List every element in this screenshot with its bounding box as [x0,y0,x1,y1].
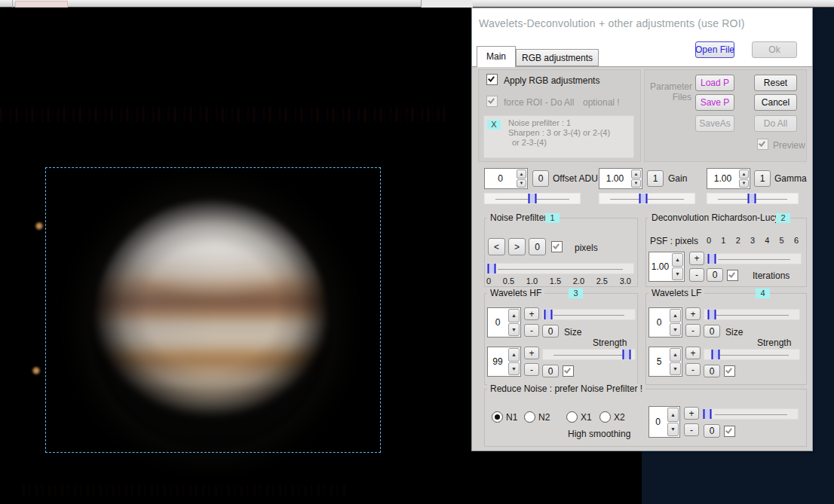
spin-down-icon[interactable]: ▼ [508,362,520,376]
hf-strength-spinner[interactable]: 99 ▲▼ [487,347,521,377]
apply-rgb-checkbox[interactable] [486,74,498,85]
spin-down-icon[interactable]: ▼ [517,179,526,188]
toolbar-divider [421,0,422,8]
offset-slider[interactable] [484,193,581,204]
hf-strength-plus-button[interactable]: + [524,347,539,359]
hf-size-plus-button[interactable]: + [524,307,539,320]
hf-checkbox[interactable] [563,365,574,377]
psf-label: PSF : pixels [650,236,698,246]
gain-slider[interactable] [599,193,695,204]
spin-up-icon[interactable]: ▲ [670,348,681,362]
radio-x2[interactable] [599,411,611,423]
lf-size-slider[interactable] [704,309,800,320]
reduce-noise-checkbox[interactable] [724,426,735,437]
psf-spinner[interactable]: 1.00 ▲▼ [648,252,685,282]
iterations-zero-button[interactable]: 0 [707,268,723,282]
lf-strength-minus-button[interactable]: - [685,363,701,376]
reduce-noise-slider[interactable] [704,408,799,420]
spin-up-icon[interactable]: ▲ [508,309,520,322]
tab-main[interactable]: Main [477,46,516,67]
lf-checkbox[interactable] [724,365,735,377]
hf-strength-slider[interactable] [542,349,636,360]
spin-down-icon[interactable]: ▼ [670,362,681,376]
hf-strength-zero-button[interactable]: 0 [542,365,559,377]
reset-button[interactable]: Reset [754,75,797,91]
spin-up-icon[interactable]: ▲ [670,309,681,322]
do-all-button[interactable]: Do All [754,115,797,132]
roi-selection[interactable] [45,167,381,453]
slider-thumb[interactable] [712,350,720,359]
preview-checkbox[interactable] [757,139,768,150]
slider-thumb[interactable] [623,350,631,359]
hf-size-slider[interactable] [542,309,636,320]
gamma-reset-button[interactable]: 1 [754,170,771,187]
hf-size-zero-button[interactable]: 0 [542,325,559,338]
lf-strength-zero-button[interactable]: 0 [704,365,720,377]
prefilter-decrease-button[interactable]: < [488,238,505,255]
lf-size-plus-button[interactable]: + [685,307,701,320]
spin-down-icon[interactable]: ▼ [672,267,683,281]
slider-thumb[interactable] [544,310,553,319]
offset-adu-spinner[interactable]: 0 ▲▼ [484,168,528,189]
prefilter-checkbox[interactable] [551,241,563,252]
tab-rgb-adjustments[interactable]: RGB adjustments [516,49,599,66]
deconvolution-checkbox[interactable] [727,270,738,281]
gamma-slider[interactable] [707,193,799,204]
reduce-noise-spinner[interactable]: 0 ▲▼ [648,406,680,438]
offset-adu-label: Offset ADU [553,173,598,184]
spin-down-icon[interactable]: ▼ [739,179,749,188]
radio-x1[interactable] [566,411,578,423]
toolbar-button-partial[interactable] [15,1,68,8]
radio-n2[interactable] [524,411,535,423]
spin-up-icon[interactable]: ▲ [667,408,679,422]
spin-up-icon[interactable]: ▲ [739,170,749,179]
toolbar-divider [12,0,13,8]
slider-thumb[interactable] [639,194,647,203]
iterations-minus-button[interactable]: - [689,268,704,282]
slider-thumb[interactable] [747,194,756,203]
reduce-noise-minus-button[interactable]: - [684,423,699,436]
spin-down-icon[interactable]: ▼ [631,179,641,188]
deconvolution-title: Deconvolution Richardson-Lucy [648,212,782,223]
reduce-noise-zero-button[interactable]: 0 [704,424,720,438]
reduce-noise-plus-button[interactable]: + [684,407,699,420]
hf-strength-minus-button[interactable]: - [524,363,539,376]
hf-size-spinner[interactable]: 0 ▲▼ [487,307,521,338]
spin-down-icon[interactable]: ▼ [508,323,520,337]
prefilter-slider[interactable] [486,263,634,274]
prefilter-increase-button[interactable]: > [508,238,526,255]
spin-down-icon[interactable]: ▼ [667,423,679,437]
lf-strength-spinner[interactable]: 5 ▲▼ [648,347,682,377]
iterations-plus-button[interactable]: + [689,252,704,265]
save-parameters-button[interactable]: Save P [695,94,734,111]
lf-size-minus-button[interactable]: - [685,324,701,337]
lf-size-zero-button[interactable]: 0 [704,325,720,338]
hf-size-minus-button[interactable]: - [524,324,539,337]
slider-thumb[interactable] [529,194,537,203]
spin-up-icon[interactable]: ▲ [508,348,520,362]
slider-thumb[interactable] [703,409,711,419]
slider-thumb[interactable] [708,310,716,319]
iterations-slider[interactable] [707,253,802,264]
spin-up-icon[interactable]: ▲ [631,170,641,179]
gain-spinner[interactable]: 1.00 ▲▼ [599,168,642,189]
prefilter-zero-button[interactable]: 0 [529,238,546,255]
gain-reset-button[interactable]: 1 [647,170,664,187]
save-as-button[interactable]: SaveAs [695,115,734,132]
radio-n1[interactable] [492,411,503,423]
offset-reset-button[interactable]: 0 [532,170,549,187]
lf-strength-slider[interactable] [704,349,800,360]
spin-up-icon[interactable]: ▲ [517,170,526,179]
lf-size-spinner[interactable]: 0 ▲▼ [648,307,682,338]
load-parameters-button[interactable]: Load P [695,75,734,91]
force-roi-checkbox[interactable] [486,96,498,107]
spin-down-icon[interactable]: ▼ [670,323,681,337]
cancel-button[interactable]: Cancel [754,94,797,111]
open-file-button[interactable]: Open File [695,41,734,58]
spin-up-icon[interactable]: ▲ [672,253,683,267]
lf-strength-plus-button[interactable]: + [685,347,701,359]
slider-thumb[interactable] [708,254,716,264]
gamma-spinner[interactable]: 1.00 ▲▼ [707,168,750,189]
slider-thumb[interactable] [487,264,495,273]
ok-button[interactable]: Ok [752,41,797,58]
